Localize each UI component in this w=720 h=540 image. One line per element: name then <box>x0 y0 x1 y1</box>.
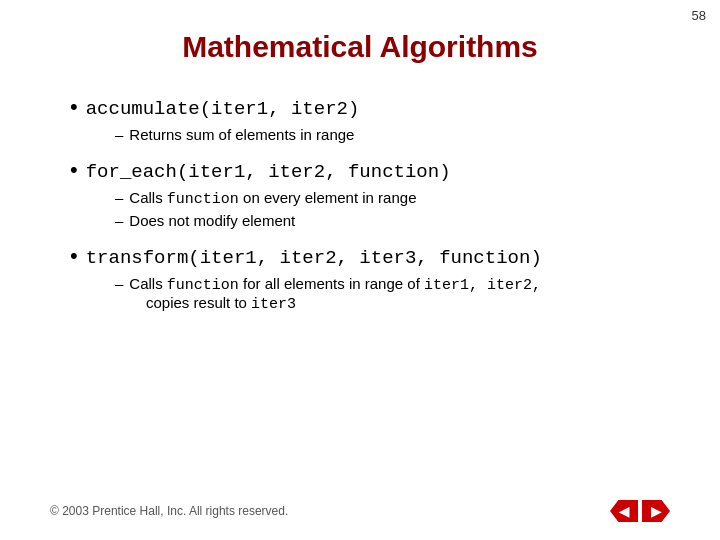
bullet-code-2: for_each(iter1, iter2, function) <box>86 161 451 183</box>
bullet-main-1: • accumulate(iter1, iter2) <box>70 94 670 120</box>
bullet-dot-2: • <box>70 157 78 183</box>
bullet-text-2: for_each(iter1, iter2, function) <box>86 160 451 183</box>
footer-copyright: © 2003 Prentice Hall, Inc. All rights re… <box>50 504 288 518</box>
nav-prev-button[interactable]: ◀ <box>610 500 638 522</box>
sub-bullets-3: – Calls function for all elements in ran… <box>70 275 670 313</box>
sub-text-2-2: Does not modify element <box>129 212 295 229</box>
slide-content: • accumulate(iter1, iter2) – Returns sum… <box>50 94 670 313</box>
footer: © 2003 Prentice Hall, Inc. All rights re… <box>50 500 670 522</box>
bullet-item-2: • for_each(iter1, iter2, function) – Cal… <box>70 157 670 229</box>
sub-text-3-1: Calls function for all elements in range… <box>129 275 541 313</box>
slide: 58 Mathematical Algorithms • accumulate(… <box>0 0 720 540</box>
bullet-dot-3: • <box>70 243 78 269</box>
sub-text-1-1: Returns sum of elements in range <box>129 126 354 143</box>
bullet-code-1: accumulate(iter1, iter2) <box>86 98 360 120</box>
bullet-main-3: • transform(iter1, iter2, iter3, functio… <box>70 243 670 269</box>
sub-bullet-1-1: – Returns sum of elements in range <box>115 126 670 143</box>
footer-nav: ◀ ▶ <box>610 500 670 522</box>
bullet-text-1: accumulate(iter1, iter2) <box>86 97 360 120</box>
bullet-dot-1: • <box>70 94 78 120</box>
bullet-code-3: transform(iter1, iter2, iter3, function) <box>86 247 542 269</box>
sub-bullets-1: – Returns sum of elements in range <box>70 126 670 143</box>
slide-title: Mathematical Algorithms <box>50 30 670 64</box>
bullet-item-3: • transform(iter1, iter2, iter3, functio… <box>70 243 670 313</box>
bullet-main-2: • for_each(iter1, iter2, function) <box>70 157 670 183</box>
sub-text-2-1: Calls function on every element in range <box>129 189 416 208</box>
bullet-text-3: transform(iter1, iter2, iter3, function) <box>86 246 542 269</box>
sub-bullet-2-1: – Calls function on every element in ran… <box>115 189 670 208</box>
sub-bullets-2: – Calls function on every element in ran… <box>70 189 670 229</box>
sub-bullet-2-2: – Does not modify element <box>115 212 670 229</box>
nav-next-button[interactable]: ▶ <box>642 500 670 522</box>
slide-number: 58 <box>692 8 706 23</box>
sub-bullet-3-1: – Calls function for all elements in ran… <box>115 275 670 313</box>
bullet-item-1: • accumulate(iter1, iter2) – Returns sum… <box>70 94 670 143</box>
